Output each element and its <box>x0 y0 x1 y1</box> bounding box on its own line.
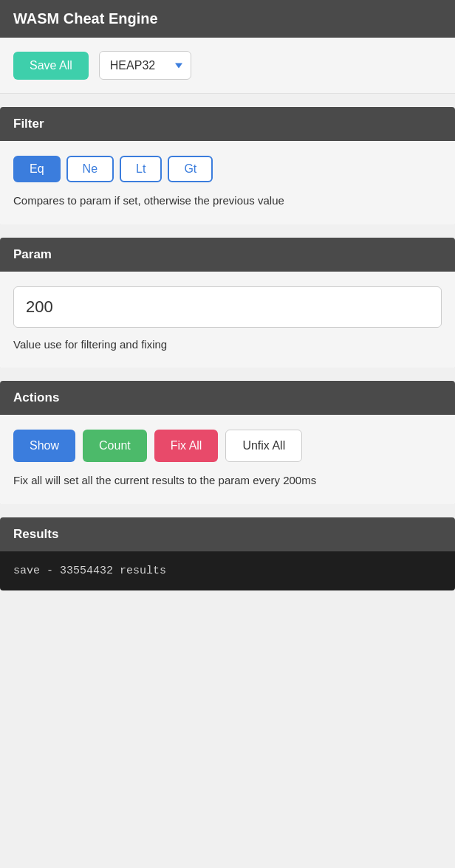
param-description: Value use for filtering and fixing <box>13 337 442 354</box>
app-title: WASM Cheat Engine <box>13 10 158 27</box>
filter-lt-button[interactable]: Lt <box>120 156 162 182</box>
filter-body: Eq Ne Lt Gt Compares to param if set, ot… <box>0 141 455 224</box>
filter-title: Filter <box>13 117 44 131</box>
results-content: save - 33554432 results <box>13 565 442 577</box>
type-select[interactable]: HEAP32 HEAP16 HEAP8 HEAPU32 HEAPU16 HEAP… <box>99 51 191 80</box>
show-button[interactable]: Show <box>13 430 75 462</box>
filter-buttons-group: Eq Ne Lt Gt <box>13 156 442 182</box>
save-all-button[interactable]: Save All <box>13 52 89 80</box>
filter-section: Filter Eq Ne Lt Gt Compares to param if … <box>0 107 455 224</box>
results-section: Results save - 33554432 results <box>0 517 455 590</box>
param-title: Param <box>13 247 52 261</box>
param-input[interactable] <box>13 286 442 328</box>
count-button[interactable]: Count <box>83 430 147 462</box>
param-header: Param <box>0 238 455 272</box>
actions-section: Actions Show Count Fix All Unfix All Fix… <box>0 381 455 504</box>
type-select-wrapper: HEAP32 HEAP16 HEAP8 HEAPU32 HEAPU16 HEAP… <box>99 51 191 80</box>
action-buttons-group: Show Count Fix All Unfix All <box>13 430 442 462</box>
actions-description: Fix all will set all the current results… <box>13 472 442 489</box>
unfix-all-button[interactable]: Unfix All <box>225 430 302 462</box>
fix-all-button[interactable]: Fix All <box>154 430 219 462</box>
app-header: WASM Cheat Engine <box>0 0 455 38</box>
filter-ne-button[interactable]: Ne <box>66 156 114 182</box>
results-header: Results <box>0 517 455 551</box>
results-title: Results <box>13 527 58 541</box>
results-body: save - 33554432 results <box>0 551 455 590</box>
param-section: Param Value use for filtering and fixing <box>0 238 455 368</box>
actions-header: Actions <box>0 381 455 415</box>
filter-gt-button[interactable]: Gt <box>168 156 213 182</box>
param-body: Value use for filtering and fixing <box>0 272 455 368</box>
filter-description: Compares to param if set, otherwise the … <box>13 193 442 210</box>
top-bar: Save All HEAP32 HEAP16 HEAP8 HEAPU32 HEA… <box>0 38 455 94</box>
filter-header: Filter <box>0 107 455 141</box>
actions-body: Show Count Fix All Unfix All Fix all wil… <box>0 415 455 504</box>
filter-eq-button[interactable]: Eq <box>13 156 61 182</box>
actions-title: Actions <box>13 390 59 404</box>
